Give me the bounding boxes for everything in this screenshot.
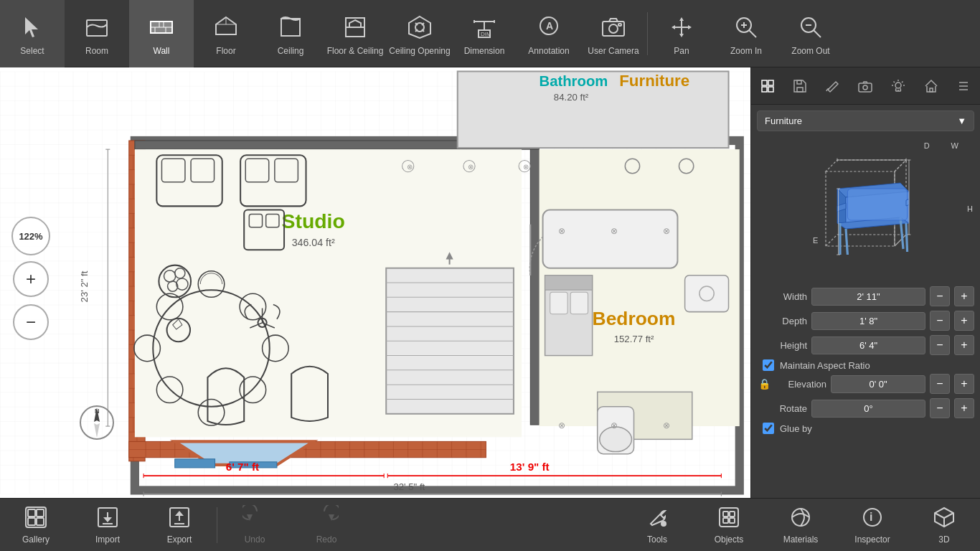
bottom-export[interactable]: Export <box>143 499 215 552</box>
tool-user-camera-label: User Camera <box>588 46 639 56</box>
svg-rect-142 <box>570 292 588 314</box>
furniture-3d-preview: D W H E <box>751 137 980 281</box>
gallery-label: Gallery <box>22 534 50 545</box>
3d-label: 3D <box>938 534 949 545</box>
svg-rect-258 <box>730 512 735 517</box>
h-label: H <box>967 204 973 213</box>
svg-rect-219 <box>859 83 872 92</box>
import-icon <box>95 505 120 532</box>
objects-label: Objects <box>715 534 744 545</box>
properties-section: Width 2' 11" − + Depth 1' 8" − + Height … <box>751 281 980 498</box>
tool-ceiling-opening[interactable]: Ceiling Opening <box>387 0 452 67</box>
aspect-ratio-checkbox[interactable] <box>763 359 774 371</box>
depth-decrease-btn[interactable]: − <box>930 311 950 331</box>
floor-ceiling-icon <box>339 11 371 43</box>
zoom-level: 122% <box>11 217 50 255</box>
redo-label: Redo <box>316 534 337 545</box>
tool-wall[interactable]: Wall <box>129 0 194 67</box>
svg-text:⊗: ⊗ <box>611 420 618 430</box>
elevation-increase-btn[interactable]: + <box>954 374 974 394</box>
elevation-lock-icon[interactable]: 🔒 <box>757 377 772 391</box>
panel-list-btn[interactable] <box>951 73 976 99</box>
svg-text:DIM: DIM <box>481 31 491 37</box>
svg-text:⊗: ⊗ <box>611 226 618 236</box>
svg-rect-32 <box>618 24 621 26</box>
w-label: W <box>951 141 958 150</box>
zoom-minus-button[interactable]: − <box>13 304 49 340</box>
annotation-icon: A <box>533 11 565 43</box>
tool-ceiling[interactable]: Ceiling <box>258 0 323 67</box>
elevation-value[interactable]: 0' 0" <box>831 375 925 393</box>
bottom-tools[interactable]: Tools <box>621 499 693 552</box>
dimension-icon: DIM <box>468 11 500 43</box>
panel-house-btn[interactable] <box>918 73 944 99</box>
svg-text:13' 9" ft: 13' 9" ft <box>510 461 550 473</box>
canvas-area[interactable]: Bathroom 84.20 ft² Furniture Studio 346.… <box>0 67 750 498</box>
ceiling-opening-icon <box>404 11 435 43</box>
bottom-inspector[interactable]: i Inspector <box>837 499 908 552</box>
tool-room[interactable]: Room <box>65 0 129 67</box>
width-increase-btn[interactable]: + <box>954 286 974 306</box>
tool-user-camera[interactable]: User Camera <box>581 0 646 67</box>
svg-rect-216 <box>768 87 773 92</box>
svg-line-34 <box>749 30 756 37</box>
furniture-dropdown[interactable]: Furniture ▼ <box>757 110 974 131</box>
undo-icon <box>242 505 267 532</box>
compass: N <box>79 405 115 441</box>
tool-dimension-label: Dimension <box>464 46 505 56</box>
bottom-materials[interactable]: Materials <box>765 499 837 552</box>
width-row: Width 2' 11" − + <box>757 286 974 306</box>
panel-camera-btn[interactable] <box>852 73 878 99</box>
objects-icon <box>717 505 741 532</box>
svg-text:23' 2" ft: 23' 2" ft <box>79 270 90 302</box>
tool-select[interactable]: Select <box>0 0 65 67</box>
tool-dimension[interactable]: DIM Dimension <box>452 0 517 67</box>
bottom-3d[interactable]: 3D <box>908 499 980 552</box>
elevation-decrease-btn[interactable]: − <box>930 374 950 394</box>
bottom-objects[interactable]: Objects <box>693 499 765 552</box>
height-decrease-btn[interactable]: − <box>930 335 950 355</box>
svg-rect-242 <box>37 509 44 517</box>
panel-light-btn[interactable] <box>885 73 911 99</box>
zoom-plus-button[interactable]: + <box>13 261 49 297</box>
tool-annotation[interactable]: A Annotation <box>517 0 581 67</box>
svg-rect-182 <box>543 209 678 268</box>
tool-pan[interactable]: Pan <box>649 0 714 67</box>
svg-point-31 <box>609 24 618 33</box>
rotate-increase-btn[interactable]: + <box>954 398 974 418</box>
height-increase-btn[interactable]: + <box>954 335 974 355</box>
svg-text:⊗: ⊗ <box>558 420 565 430</box>
svg-point-255 <box>661 521 666 527</box>
aspect-ratio-row: Maintain Aspect Ratio <box>763 359 969 371</box>
svg-text:A: A <box>546 20 553 32</box>
tools-icon <box>645 505 669 532</box>
svg-rect-113 <box>175 459 215 468</box>
rotate-value[interactable]: 0° <box>811 400 925 418</box>
d-label: D <box>924 141 930 150</box>
tool-zoom-out[interactable]: Zoom Out <box>778 0 843 67</box>
panel-paint-btn[interactable] <box>820 73 846 99</box>
height-label: Height <box>757 340 807 351</box>
svg-text:i: i <box>870 511 872 523</box>
floor-icon <box>210 11 242 43</box>
panel-save-btn[interactable] <box>787 73 813 99</box>
tool-zoom-in[interactable]: Zoom In <box>714 0 778 67</box>
tool-ceiling-opening-label: Ceiling Opening <box>389 46 450 56</box>
tool-floor-ceiling[interactable]: Floor & Ceiling <box>323 0 387 67</box>
rotate-label: Rotate <box>757 403 807 414</box>
height-value[interactable]: 6' 4" <box>811 336 925 354</box>
bottom-import[interactable]: Import <box>72 499 143 552</box>
width-decrease-btn[interactable]: − <box>930 286 950 306</box>
panel-furniture-grid-btn[interactable] <box>755 73 781 99</box>
height-row: Height 6' 4" − + <box>757 335 974 355</box>
tool-floor[interactable]: Floor <box>194 0 258 67</box>
depth-value[interactable]: 1' 8" <box>811 312 925 330</box>
svg-rect-241 <box>28 509 35 517</box>
width-value[interactable]: 2' 11" <box>811 288 925 306</box>
bottom-undo[interactable]: Undo <box>219 499 291 552</box>
bottom-gallery[interactable]: Gallery <box>0 499 72 552</box>
glue-by-checkbox[interactable] <box>763 423 774 434</box>
depth-increase-btn[interactable]: + <box>954 311 974 331</box>
bottom-redo[interactable]: Redo <box>291 499 362 552</box>
rotate-decrease-btn[interactable]: − <box>930 398 950 418</box>
